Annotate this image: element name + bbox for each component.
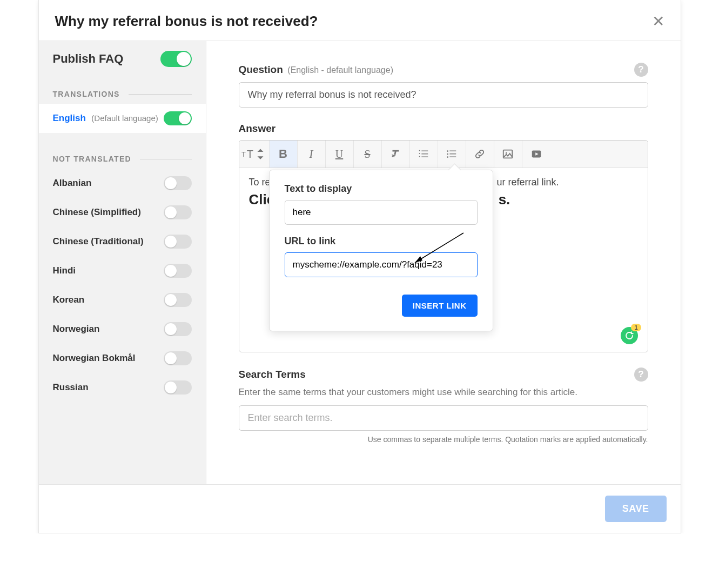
font-size-button[interactable]: TT (239, 141, 270, 168)
search-terms-help-text: Enter the same terms that your customers… (239, 387, 648, 398)
strikethrough-button[interactable]: S (354, 141, 382, 168)
clear-format-icon (389, 148, 401, 160)
language-toggle[interactable] (164, 293, 192, 307)
help-icon[interactable]: ? (634, 63, 648, 77)
underline-button[interactable]: U (326, 141, 354, 168)
question-label: Question (239, 64, 283, 75)
language-toggle[interactable] (164, 322, 192, 336)
help-icon[interactable]: ? (634, 368, 648, 382)
svg-point-1 (447, 153, 448, 155)
text-to-display-input[interactable] (285, 200, 478, 225)
video-icon (530, 148, 542, 160)
insert-link-popover: Text to display URL to link INSERT LINK (269, 170, 493, 331)
video-button[interactable] (522, 141, 550, 168)
svg-point-4 (506, 152, 507, 154)
save-button[interactable]: SAVE (605, 496, 667, 522)
question-input[interactable] (239, 82, 648, 108)
search-terms-input[interactable] (239, 405, 648, 431)
page-title: Why my referral bonus is not received? (55, 13, 318, 30)
language-name: Norwegian Bokmål (53, 353, 136, 364)
svg-point-2 (447, 156, 448, 158)
url-to-link-input[interactable] (285, 252, 478, 277)
italic-button[interactable]: I (298, 141, 326, 168)
language-toggle[interactable] (164, 380, 192, 395)
question-lang-note: (English - default language) (287, 65, 393, 75)
language-toggle[interactable] (164, 235, 192, 249)
publish-faq-label: Publish FAQ (53, 52, 124, 66)
sidebar-item-korean[interactable]: Korean (39, 285, 206, 315)
url-to-link-label: URL to link (285, 236, 478, 247)
language-name: Hindi (53, 265, 76, 276)
clear-format-button[interactable] (382, 141, 410, 168)
bold-button[interactable]: B (270, 141, 298, 168)
default-language-note: (Default language) (91, 113, 158, 123)
search-terms-label: Search Terms (239, 369, 306, 380)
editor-toolbar: TT B I U S (239, 141, 648, 168)
bold-icon: B (279, 147, 287, 161)
answer-text-fragment: ur referral link. (497, 177, 559, 188)
ordered-list-button[interactable] (410, 141, 438, 168)
underline-icon: U (335, 148, 343, 161)
divider (129, 94, 192, 95)
language-name: Chinese (Traditional) (53, 236, 144, 247)
language-name: Albanian (53, 178, 92, 189)
answer-label: Answer (239, 123, 276, 135)
insert-link-button[interactable]: INSERT LINK (402, 295, 478, 317)
sidebar-item-english[interactable]: English (Default language) (39, 104, 206, 133)
not-translated-heading: NOT TRANSLATED (53, 155, 132, 163)
search-terms-hint: Use commas to separate multiple terms. Q… (239, 435, 648, 444)
language-toggle-english[interactable] (164, 111, 192, 125)
language-name: Chinese (Simplified) (53, 207, 141, 218)
language-toggle[interactable] (164, 205, 192, 219)
language-name: Korean (53, 295, 85, 305)
sidebar-item-chinese-traditional[interactable]: Chinese (Traditional) (39, 227, 206, 256)
link-button[interactable] (466, 141, 494, 168)
main-content: Question (English - default language) ? … (206, 41, 681, 484)
language-toggle[interactable] (164, 176, 192, 190)
unordered-list-icon (446, 148, 458, 160)
divider (140, 159, 192, 159)
sidebar: Publish FAQ TRANSLATIONS English (Defaul… (39, 41, 206, 484)
sidebar-item-norwegian-bokmal[interactable]: Norwegian Bokmål (39, 344, 206, 373)
modal-footer: SAVE (39, 484, 681, 533)
ordered-list-icon (418, 148, 429, 160)
answer-text-fragment: s. (499, 191, 510, 208)
close-icon: ✕ (652, 13, 664, 30)
answer-editor: TT B I U S (239, 140, 648, 352)
link-icon (474, 148, 486, 160)
language-name: English (53, 113, 86, 123)
answer-textarea[interactable]: To rec ur referral link. Clic s. Text to… (239, 168, 648, 352)
publish-faq-toggle[interactable] (160, 51, 192, 67)
sidebar-item-hindi[interactable]: Hindi (39, 256, 206, 285)
sidebar-item-russian[interactable]: Russian (39, 373, 206, 402)
sidebar-item-albanian[interactable]: Albanian (39, 169, 206, 198)
unordered-list-button[interactable] (438, 141, 466, 168)
grammarly-count: 1 (631, 324, 641, 331)
strikethrough-icon: S (364, 148, 370, 161)
image-icon (502, 148, 514, 160)
sidebar-item-chinese-simplified[interactable]: Chinese (Simplified) (39, 198, 206, 227)
image-button[interactable] (494, 141, 522, 168)
font-size-icon: TT (241, 148, 266, 161)
text-to-display-label: Text to display (285, 183, 478, 195)
language-name: Norwegian (53, 324, 100, 335)
language-toggle[interactable] (164, 351, 192, 365)
close-button[interactable]: ✕ (652, 14, 664, 29)
language-name: Russian (53, 382, 89, 393)
grammarly-badge[interactable]: 1 (621, 327, 638, 344)
translations-heading: TRANSLATIONS (53, 90, 120, 98)
svg-point-0 (447, 150, 448, 152)
language-toggle[interactable] (164, 264, 192, 278)
italic-icon: I (309, 147, 313, 161)
sidebar-item-norwegian[interactable]: Norwegian (39, 315, 206, 344)
